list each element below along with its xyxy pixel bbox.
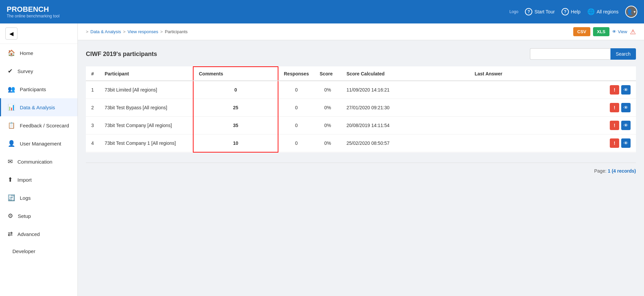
- question-icon: ?: [525, 8, 532, 15]
- cell-participant: 73bit Test Bypass [All regions]: [99, 99, 193, 117]
- cell-last-answer: [469, 99, 561, 117]
- data-analysis-icon: 📊: [8, 104, 15, 111]
- sidebar-item-import[interactable]: ⬆ Import: [0, 171, 77, 189]
- th-participant: Participant: [99, 67, 193, 81]
- home-icon: 🏠: [8, 49, 15, 57]
- communication-label: Communication: [17, 159, 52, 165]
- sidebar-item-developer[interactable]: Developer: [0, 243, 77, 259]
- bc-sep-0: >: [86, 29, 89, 34]
- cell-responses: 0: [278, 99, 314, 117]
- exclaim-button[interactable]: !: [610, 85, 619, 95]
- sidebar-item-survey[interactable]: ✔ Survey: [0, 62, 77, 80]
- sidebar-item-communication[interactable]: ✉ Communication: [0, 153, 77, 171]
- top-nav: PROBENCH The online benchmarking tool Lo…: [0, 0, 644, 23]
- sidebar-collapse-button[interactable]: ◀: [5, 27, 17, 40]
- cell-actions: ! 👁: [561, 117, 636, 134]
- sidebar-item-feedback-scorecard[interactable]: 📋 Feedback / Scorecard: [0, 116, 77, 134]
- breadcrumb-bar: > Data & Analysis > View responses > Par…: [78, 23, 644, 40]
- sidebar: ◀ 🏠 Home ✔ Survey 👥 Participants 📊 Data …: [0, 23, 78, 296]
- toolbar-actions: CSV XLS 👁 View ⚠: [573, 27, 636, 36]
- exclaim-button[interactable]: !: [610, 121, 619, 130]
- main-content: > Data & Analysis > View responses > Par…: [78, 23, 644, 296]
- cell-actions: ! 👁: [561, 81, 636, 99]
- cell-comments: 35: [193, 117, 278, 134]
- xls-button[interactable]: XLS: [593, 27, 609, 36]
- all-regions-button[interactable]: 🌐 All regions: [587, 8, 619, 15]
- user-avatar[interactable]: 👤 ▼: [625, 6, 637, 18]
- eye-button[interactable]: 👁: [621, 85, 631, 95]
- table-row: 3 73bit Test Company [All regions] 35 0 …: [86, 117, 636, 134]
- sidebar-item-advanced[interactable]: ⇄ Advanced: [0, 225, 77, 243]
- eye-button[interactable]: 👁: [621, 121, 631, 130]
- sidebar-toggle-area: ◀: [0, 23, 77, 44]
- warning-button[interactable]: ⚠: [630, 28, 636, 36]
- bc-sep-2: >: [160, 29, 163, 34]
- page-title: CIWF 2019's participants: [86, 51, 157, 58]
- bc-data-analysis[interactable]: Data & Analysis: [91, 29, 121, 34]
- exclaim-button[interactable]: !: [610, 103, 619, 112]
- cell-comments: 10: [193, 134, 278, 152]
- globe-icon: 🌐: [587, 8, 595, 15]
- cell-score-calculated: 25/02/2020 08:50:57: [341, 134, 469, 152]
- sidebar-item-logs[interactable]: 🔄 Logs: [0, 189, 77, 207]
- sidebar-item-home[interactable]: 🏠 Home: [0, 44, 77, 62]
- xls-label: XLS: [597, 29, 605, 34]
- app-name: PROBENCH: [7, 5, 59, 14]
- main-layout: ◀ 🏠 Home ✔ Survey 👥 Participants 📊 Data …: [0, 23, 644, 296]
- sidebar-item-user-management[interactable]: 👤 User Management: [0, 134, 77, 153]
- import-icon: ⬆: [8, 176, 13, 183]
- logs-label: Logs: [20, 195, 31, 201]
- cell-responses: 0: [278, 134, 314, 152]
- help-icon: ?: [561, 8, 569, 15]
- cell-score: 0%: [314, 99, 341, 117]
- app-tagline: The online benchmarking tool: [7, 14, 59, 18]
- sidebar-item-data-analysis[interactable]: 📊 Data & Analysis: [0, 98, 77, 116]
- cell-score: 0%: [314, 117, 341, 134]
- cell-participant: 73bit Test Company 1 [All regions]: [99, 134, 193, 152]
- cell-num: 1: [86, 81, 99, 99]
- survey-label: Survey: [17, 68, 33, 74]
- search-input[interactable]: [530, 48, 610, 60]
- help-button[interactable]: ? Help: [561, 8, 581, 15]
- th-num: #: [86, 67, 99, 81]
- warning-icon: ⚠: [630, 28, 636, 36]
- avatar-chevron: ▼: [633, 10, 636, 14]
- advanced-label: Advanced: [17, 231, 40, 237]
- survey-icon: ✔: [8, 67, 13, 75]
- search-button[interactable]: Search: [610, 48, 636, 60]
- cell-participant: 73bit Limited [All regions]: [99, 81, 193, 99]
- import-label: Import: [17, 177, 32, 183]
- advanced-icon: ⇄: [8, 230, 13, 238]
- cell-num: 4: [86, 134, 99, 152]
- cell-comments: 25: [193, 99, 278, 117]
- page-records: (4 records): [612, 168, 636, 174]
- bc-view-responses[interactable]: View responses: [127, 29, 158, 34]
- bc-participants: Participants: [165, 29, 187, 34]
- setup-icon: ⚙: [8, 212, 13, 220]
- developer-label: Developer: [12, 248, 35, 254]
- table-row: 1 73bit Limited [All regions] 0 0 0% 11/…: [86, 81, 636, 99]
- view-button[interactable]: 👁 View: [612, 29, 627, 34]
- table-header-row: # Participant Comments Responses Score S…: [86, 67, 636, 81]
- start-tour-button[interactable]: ? Start Tour: [525, 8, 554, 15]
- eye-button[interactable]: 👁: [621, 138, 631, 148]
- user-management-label: User Management: [20, 141, 61, 146]
- page-label: Page:: [594, 168, 606, 174]
- nav-actions: ? Start Tour ? Help 🌐 All regions 👤 ▼: [525, 6, 637, 18]
- th-actions: [561, 67, 636, 81]
- sidebar-item-participants[interactable]: 👥 Participants: [0, 80, 77, 98]
- th-score: Score: [314, 67, 341, 81]
- exclaim-button[interactable]: !: [610, 138, 619, 148]
- eye-button[interactable]: 👁: [621, 103, 631, 112]
- cell-last-answer: [469, 81, 561, 99]
- cell-score: 0%: [314, 134, 341, 152]
- content-area: CIWF 2019's participants Search # Partic…: [78, 40, 644, 296]
- pagination-bar: Page: 1 (4 records): [86, 163, 636, 174]
- cell-num: 2: [86, 99, 99, 117]
- sidebar-item-setup[interactable]: ⚙ Setup: [0, 207, 77, 225]
- th-last-answer: Last Answer: [469, 67, 561, 81]
- cell-comments: 0: [193, 81, 278, 99]
- cell-actions: ! 👁: [561, 134, 636, 152]
- cell-score: 0%: [314, 81, 341, 99]
- csv-button[interactable]: CSV: [573, 27, 590, 36]
